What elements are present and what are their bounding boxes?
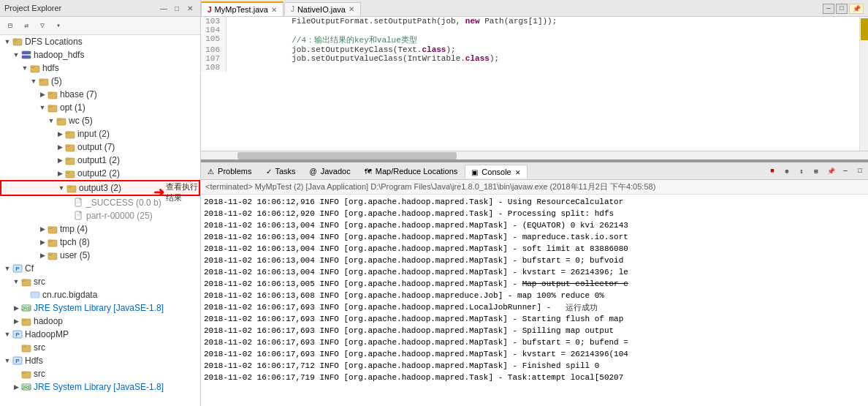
filter-button[interactable]: ▽ [35, 18, 50, 33]
tree-item-hadoop[interactable]: ▶ hadoop [0, 315, 200, 328]
library-icon-jre-hdfs: JRE [20, 381, 32, 393]
tab-javadoc[interactable]: @ Javadoc [303, 164, 357, 178]
tree-item-opt[interactable]: ▼ opt (1) [0, 101, 200, 114]
minimize-icon[interactable]: — [158, 2, 170, 14]
tree-arrow-opt: ▼ [38, 104, 47, 111]
tab-close-nativeio[interactable]: ✕ [349, 5, 354, 13]
editor-hscroll-thumb [237, 152, 457, 159]
svg-point-5 [28, 56, 30, 58]
console-pin-button[interactable]: 📌 [824, 165, 837, 178]
tab-tasks[interactable]: ✓ Tasks [259, 164, 302, 178]
svg-rect-35 [48, 240, 52, 242]
console-maximize-button[interactable]: □ [853, 165, 867, 178]
project-icon-hadoopmp: P [12, 328, 23, 340]
tree-item-root5[interactable]: ▼ (5) [0, 75, 200, 88]
console-text-15: 2018-11-02 16:06:17,712 INFO [org.apache… [204, 360, 599, 372]
editor-maximize-button[interactable]: □ [836, 4, 848, 14]
tree-item-jre-cf[interactable]: ▶ JRE JRE System Library [JavaSE-1.8] [0, 301, 200, 315]
console-minimize-button[interactable]: — [839, 165, 852, 178]
tree-item-part[interactable]: part-r-00000 (25) [0, 209, 200, 222]
view-menu-button[interactable]: ▾ [51, 18, 66, 33]
collapse-all-button[interactable]: ⊟ [3, 18, 18, 33]
tab-close-mymptestjava[interactable]: ✕ [271, 6, 277, 14]
console-scroll-lock-button[interactable]: ⇕ [795, 165, 808, 178]
svg-rect-25 [67, 186, 71, 188]
console-text-10: 2018-11-02 16:06:17,693 INFO [org.apache… [204, 301, 551, 313]
tree-item-src-hdfs[interactable]: src [0, 367, 200, 380]
tree-item-hdfs-project[interactable]: ▼ P Hdfs [0, 354, 200, 367]
console-text-8: 2018-11-02 16:06:13,005 INFO [org.apache… [204, 278, 628, 290]
tree-label-cn-ruc: cn.ruc.bigdata [42, 290, 97, 300]
console-text-7: 2018-11-02 16:06:13,004 INFO [org.apache… [204, 266, 628, 278]
tree-item-cn-ruc[interactable]: cn.ruc.bigdata [0, 288, 200, 301]
editor-minimize-button[interactable]: — [823, 4, 834, 14]
tree-item-dfs-locations[interactable]: ▼ DFS Locations [0, 35, 200, 48]
console-x-icon[interactable]: ✕ [515, 169, 521, 176]
code-line-103: 103 FileOutputFormat.setOutputPath(job, … [201, 17, 868, 26]
svg-text:P: P [15, 358, 20, 364]
tree-arrow-user: ▶ [38, 252, 47, 259]
tree-label-part: part-r-00000 (25) [86, 211, 153, 221]
tree-item-src-cf[interactable]: ▼ src [0, 275, 200, 288]
tree-item-tpch[interactable]: ▶ tpch (8) [0, 236, 200, 249]
console-text-4: 2018-11-02 16:06:13,004 INFO [org.apache… [204, 231, 628, 243]
tree-label-output: output (7) [77, 142, 115, 152]
tree-label-user: user (5) [60, 250, 90, 260]
tree-item-user[interactable]: ▶ user (5) [0, 249, 200, 262]
tab-mapreduce[interactable]: 🗺 Map/Reduce Locations [358, 164, 465, 178]
tree-item-wc[interactable]: ▼ wc (5) [0, 114, 200, 127]
console-text-3: 2018-11-02 16:06:13,004 INFO [org.apache… [204, 219, 628, 231]
console-line-2: 2018-11-02 16:06:12,920 INFO [org.apache… [201, 208, 868, 219]
svg-rect-17 [66, 132, 69, 134]
link-editor-button[interactable]: ⇄ [19, 18, 34, 33]
code-editor[interactable]: 103 FileOutputFormat.setOutputPath(job, … [201, 17, 868, 151]
tab-nativeio[interactable]: J NativeIO.java ✕ [284, 2, 361, 16]
folder-icon-input [64, 128, 76, 140]
maximize-icon[interactable]: □ [171, 2, 183, 14]
svg-rect-37 [48, 253, 52, 255]
console-text-12: 2018-11-02 16:06:17,693 INFO [org.apache… [204, 325, 614, 337]
file-icon-part [73, 210, 85, 222]
folder-icon-wc [56, 115, 67, 127]
project-explorer-title: Project Explorer [4, 4, 61, 12]
project-icon-cf: P [12, 263, 23, 274]
tab-console[interactable]: ▣ Console ✕ [465, 165, 527, 178]
svg-rect-13 [48, 105, 52, 108]
tree-item-hbase[interactable]: ▶ hbase (7) [0, 88, 200, 101]
line-num-103: 103 [201, 17, 226, 26]
tree-label-hadoop-hdfs: hadoop_hdfs [34, 50, 84, 60]
editor-vscrollbar[interactable] [859, 17, 868, 151]
tree-item-hdfs[interactable]: ▼ hdfs [0, 61, 200, 75]
folder-icon-hadoop [20, 315, 32, 327]
java-icon-mymptestjava: J [208, 6, 212, 14]
console-new-button[interactable]: ⊞ [810, 165, 823, 178]
tree-item-success[interactable]: _SUCCESS (0.0 b) [0, 196, 200, 209]
svg-rect-21 [66, 158, 69, 160]
folder-icon-tmp [47, 223, 58, 235]
line-content-106: job.setOutputKeyClass(Text.class); [226, 45, 456, 54]
tree-item-hadoopmp[interactable]: ▼ P HadoopMP [0, 328, 200, 341]
bottom-tab-controls: ■ ⊗ ⇕ ⊞ 📌 — □ [764, 163, 868, 179]
console-clear-button[interactable]: ⊗ [780, 165, 793, 178]
tree-item-cf[interactable]: ▼ P Cf [0, 262, 200, 275]
tree-item-output1[interactable]: ▶ output1 (2) [0, 154, 200, 167]
problems-icon: ⚠ [208, 168, 214, 176]
tree-item-src-mp[interactable]: src [0, 341, 200, 354]
tree-item-output2[interactable]: ▶ output2 (2) [0, 167, 200, 180]
folder-icon-output1 [64, 154, 76, 166]
tree-item-tmp[interactable]: ▶ tmp (4) [0, 222, 200, 236]
tree-item-jre-hdfs[interactable]: ▶ JRE JRE System Library [JavaSE-1.8] [0, 380, 200, 394]
svg-rect-46 [22, 319, 26, 321]
console-line-9: 2018-11-02 16:06:13,608 INFO [org.apache… [201, 290, 868, 301]
tree-item-output[interactable]: ▶ output (7) [0, 140, 200, 154]
tree-item-input[interactable]: ▶ input (2) [0, 127, 200, 140]
tree-item-hadoop-hdfs[interactable]: ▼ hadoop_hdfs [0, 48, 200, 61]
console-stop-button[interactable]: ■ [766, 165, 779, 178]
tree-label-src-cf: src [34, 277, 45, 287]
close-icon[interactable]: ✕ [184, 2, 196, 14]
editor-hscrollbar[interactable] [201, 151, 868, 159]
tree-arrow-hadoop: ▶ [12, 317, 20, 325]
tab-mymptestjava[interactable]: J MyMpTest.java ✕ [201, 1, 283, 16]
tab-problems[interactable]: ⚠ Problems [201, 164, 259, 178]
tree-item-output3[interactable]: ▼ output3 (2) [0, 180, 200, 196]
